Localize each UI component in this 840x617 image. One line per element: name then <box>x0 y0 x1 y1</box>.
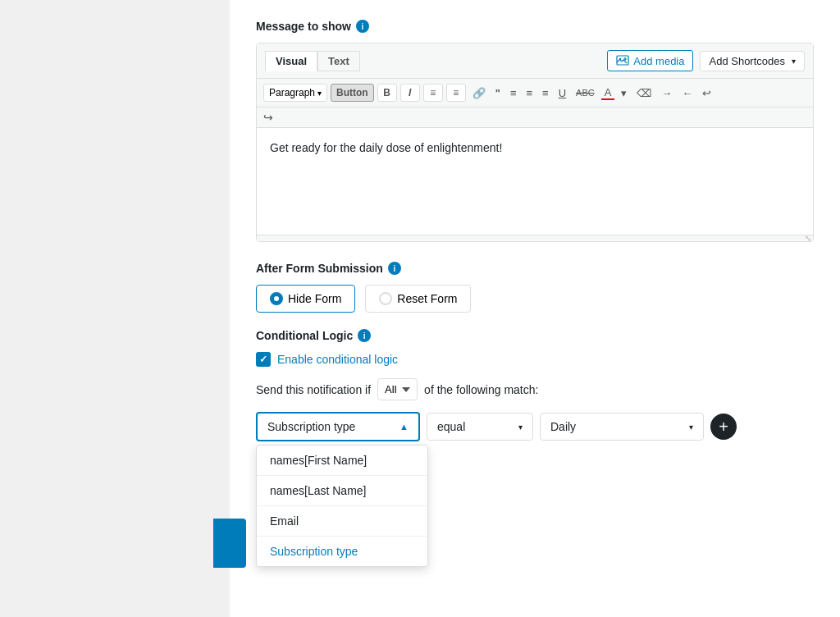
paragraph-select[interactable]: Paragraph ▾ <box>263 84 327 102</box>
send-text-prefix: Send this notification if <box>256 383 371 396</box>
tab-text[interactable]: Text <box>317 51 360 71</box>
message-info-icon[interactable]: i <box>356 20 369 33</box>
subscription-type-dropdown: Subscription type ▲ names[First Name] na… <box>256 412 420 441</box>
dropdown-item-email[interactable]: Email <box>257 505 427 536</box>
hide-form-radio[interactable] <box>270 292 283 305</box>
shortcodes-chevron-icon: ▾ <box>792 57 796 66</box>
add-filter-button[interactable] <box>710 414 737 440</box>
editor-resize-handle[interactable]: ⤡ <box>257 235 813 241</box>
after-form-title: After Form Submission i <box>256 262 814 275</box>
editor-body[interactable]: Get ready for the daily dose of enlighte… <box>257 128 813 235</box>
hide-form-label: Hide Form <box>288 292 341 305</box>
sidebar <box>0 0 230 617</box>
subscription-type-chevron-icon: ▲ <box>399 422 409 432</box>
ol-btn[interactable]: ≡ <box>446 84 466 102</box>
align-center-icon[interactable]: ≡ <box>523 85 536 101</box>
color-picker-icon[interactable]: ▾ <box>618 85 630 101</box>
paragraph-chevron-icon: ▾ <box>317 89 322 98</box>
bold-btn[interactable]: B <box>377 84 397 102</box>
tab-visual[interactable]: Visual <box>265 51 317 71</box>
italic-btn[interactable]: I <box>400 84 420 102</box>
add-shortcodes-button[interactable]: Add Shortcodes ▾ <box>700 51 805 71</box>
editor-actions: Add media Add Shortcodes ▾ <box>607 50 805 71</box>
add-media-icon <box>616 54 629 67</box>
conditional-logic-info-icon[interactable]: i <box>358 329 371 342</box>
hide-form-option[interactable]: Hide Form <box>256 285 355 313</box>
message-title-text: Message to show <box>256 20 351 33</box>
filter-row: Subscription type ▲ names[First Name] na… <box>256 412 814 441</box>
add-media-button[interactable]: Add media <box>607 50 693 71</box>
page-wrapper: Message to show i Visual Text <box>0 0 840 617</box>
button-btn[interactable]: Button <box>331 84 374 102</box>
send-text-suffix: of the following match: <box>424 383 538 396</box>
conditional-logic-title: Conditional Logic i <box>256 329 814 342</box>
editor-content: Get ready for the daily dose of enlighte… <box>270 141 800 154</box>
value-label: Daily <box>550 420 576 433</box>
after-form-info-icon[interactable]: i <box>388 262 401 275</box>
add-shortcodes-label: Add Shortcodes <box>709 55 785 67</box>
condition-row: Send this notification if All of the fol… <box>256 378 814 400</box>
dropdown-item-subscription-type[interactable]: Subscription type <box>257 536 427 566</box>
operator-select-btn[interactable]: equal ▾ <box>427 413 533 441</box>
align-right-icon[interactable]: ≡ <box>539 85 552 101</box>
editor-tab-group: Visual Text <box>265 51 360 71</box>
after-form-title-text: After Form Submission <box>256 262 383 275</box>
enable-conditional-logic-label[interactable]: Enable conditional logic <box>277 353 398 366</box>
add-media-label: Add media <box>633 55 684 67</box>
align-left-icon[interactable]: ≡ <box>507 85 520 101</box>
paragraph-label: Paragraph <box>269 87 315 98</box>
reset-form-label: Reset Form <box>397 292 457 305</box>
operator-label: equal <box>437 420 465 433</box>
strikethrough-icon[interactable]: ABC <box>573 86 598 99</box>
dropdown-item-first-name[interactable]: names[First Name] <box>257 446 427 475</box>
message-section-title: Message to show i <box>256 20 814 33</box>
value-chevron-icon: ▾ <box>689 423 693 432</box>
redo-icon[interactable]: ↪ <box>263 111 273 124</box>
reset-form-option[interactable]: Reset Form <box>365 285 471 313</box>
editor-container: Visual Text Add media Add Sho <box>256 43 814 242</box>
subscription-type-dropdown-menu: names[First Name] names[Last Name] Email… <box>256 445 428 567</box>
editor-toolbar: Paragraph ▾ Button B I ≡ ≡ 🔗 " ≡ ≡ ≡ U A… <box>257 79 813 107</box>
subscription-type-label: Subscription type <box>267 420 355 433</box>
link-icon[interactable]: 🔗 <box>469 85 489 101</box>
value-select-btn[interactable]: Daily ▾ <box>540 413 704 441</box>
underline-icon[interactable]: U <box>555 85 569 101</box>
after-form-options: Hide Form Reset Form <box>256 285 814 313</box>
subscription-type-btn[interactable]: Subscription type ▲ <box>256 412 420 441</box>
blue-side-button[interactable] <box>213 519 246 568</box>
text-color-icon[interactable]: A <box>601 85 615 100</box>
all-select[interactable]: All <box>377 378 418 400</box>
editor-tabs: Visual Text Add media Add Sho <box>257 43 813 79</box>
quote-icon[interactable]: " <box>492 85 504 101</box>
enable-conditional-logic-row: Enable conditional logic <box>256 352 814 367</box>
operator-chevron-icon: ▾ <box>518 423 523 432</box>
indent-icon[interactable]: → <box>658 85 675 101</box>
outdent-icon[interactable]: ← <box>678 85 696 101</box>
resize-icon: ⤡ <box>805 234 811 243</box>
dropdown-item-last-name[interactable]: names[Last Name] <box>257 475 427 505</box>
editor-second-row: ↪ <box>257 107 813 128</box>
undo-icon[interactable]: ↩ <box>699 85 714 101</box>
reset-form-radio[interactable] <box>379 292 392 305</box>
enable-conditional-logic-checkbox[interactable] <box>256 352 271 367</box>
ul-btn[interactable]: ≡ <box>423 84 443 102</box>
main-content: Message to show i Visual Text <box>230 0 840 617</box>
conditional-logic-title-text: Conditional Logic <box>256 329 353 342</box>
eraser-icon[interactable]: ⌫ <box>633 85 655 101</box>
